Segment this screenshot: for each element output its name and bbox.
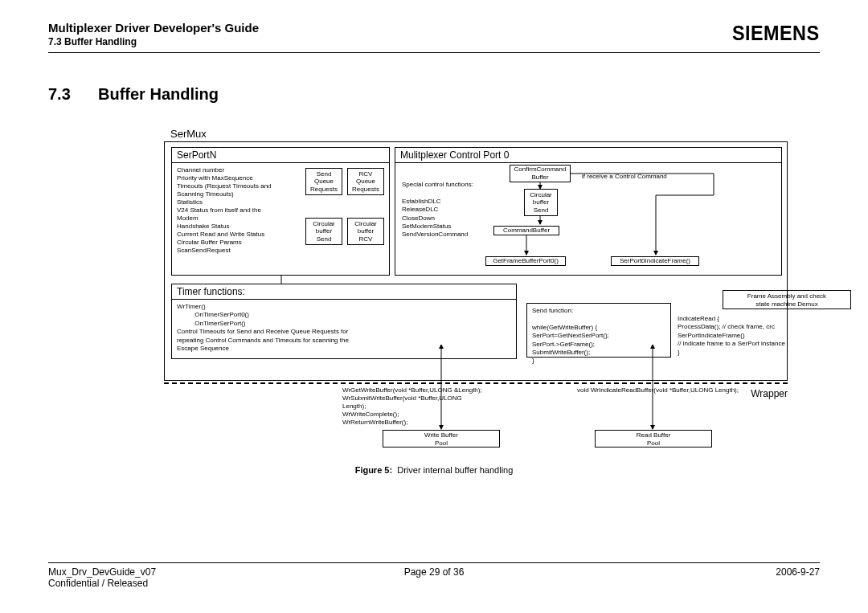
wrapper-read-functions: void WrIndicateReadBuffer(void *Buffer,U… [577,386,778,394]
footer-page: Page 29 of 36 [305,566,563,589]
serport0indicateframe-box: SerPort0IndicateFrame() [611,256,699,266]
section-heading: 7.3Buffer Handling [48,85,820,104]
getframebufferport0-box: GetFrameBufferPort0() [485,256,566,266]
document-header: Multiplexer Driver Developer's Guide 7.3… [48,21,820,53]
figure-caption-text: Driver internal buffer handling [397,465,513,475]
circular-buffer-rcv-box: Circular buffer RCV [347,218,384,245]
mux-special-functions: Special control functions: EstablishDLC … [402,181,473,239]
mux-title: Mulitplexer Control Port 0 [395,148,781,163]
wrapper-write-functions: WrGetWriteBuffer(void *Buffer,ULONG &Len… [342,386,575,427]
multiplexer-control-port-box: Mulitplexer Control Port 0 Special contr… [395,147,782,276]
receive-control-command-text: if receive a Control Command [582,173,667,180]
frame-assembly-box: Frame Assembly and check state machine D… [723,290,851,309]
section-title: Buffer Handling [98,85,219,103]
document-footer: Mux_Drv_DevGuide_v07 Confidential / Rele… [48,562,820,589]
section-number: 7.3 [48,85,98,104]
command-buffer-box: CommandBuffer [493,226,559,235]
confirm-command-buffer-box: ConfirmCommand Buffer [510,165,571,182]
circular-buffer-send-port0-box: Circular buffer Send [524,189,558,216]
timer-functions-box: Timer functions: WrTimer() OnTimerSerPor… [171,284,517,359]
figure-label: Figure 5: [355,465,392,475]
footer-doc-id: Mux_Drv_DevGuide_v07 [48,566,305,578]
sermux-box: SerPortN Channel number Priority with Ma… [164,141,788,381]
sermux-label: SerMux [170,128,207,140]
serportn-text: Channel number Priority with MaxSequence… [177,166,302,255]
send-function-box: Send function: while(GetWriteBuffer) { S… [526,303,671,358]
footer-confidential: Confidential / Released [48,578,305,589]
section-subtitle: 7.3 Buffer Handling [48,36,259,47]
circular-buffer-send-box: Circular buffer Send [305,218,342,245]
indicate-read-box: IndicateRead { ProcessData(); // check f… [678,315,853,360]
timer-text: WrTimer() OnTimerSerPort0() OnTimerSerPo… [172,300,516,356]
dashed-divider [164,382,788,384]
siemens-logo: SIEMENS [733,21,820,46]
rcv-queue-requests-box: RCV Queue Requests [347,168,384,195]
write-buffer-pool-box: Write Buffer Pool [383,430,500,447]
footer-date: 2006-9-27 [563,566,820,589]
serportn-box: SerPortN Channel number Priority with Ma… [171,147,390,276]
read-buffer-pool-box: Read Buffer Pool [595,430,712,447]
serportn-title: SerPortN [172,148,389,163]
document-title: Multiplexer Driver Developer's Guide [48,21,259,35]
send-queue-requests-box: Send Queue Requests [305,168,342,195]
figure-caption: Figure 5: Driver internal buffer handlin… [80,465,788,475]
timer-title: Timer functions: [172,284,516,300]
